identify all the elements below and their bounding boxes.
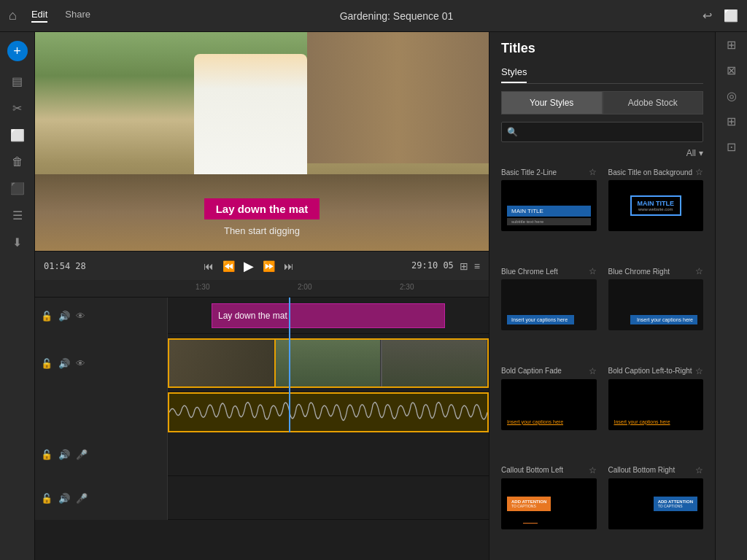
lock-icon-a2[interactable]: 🔓 [41,493,53,504]
video-track-content [168,334,489,392]
sequence-title: Gardening: Sequence 01 [90,10,703,22]
tab-edit[interactable]: Edit [31,9,47,23]
effects-icon[interactable]: ◎ [727,89,737,103]
lock-icon-a1[interactable]: 🔓 [41,449,53,460]
lock-icon-title[interactable]: 🔓 [41,311,53,322]
media-icon[interactable]: ▤ [12,74,23,88]
audio-track-1-controls: 🔓 🔊 🎤 [35,432,168,476]
thumb-basic2line: MAIN TITLE subtitle text here [501,180,597,231]
title-label-basic2line: Basic Title 2-Line ☆ [501,167,597,177]
title-track-row: 🔓 🔊 👁 Lay down the mat [35,298,489,334]
star-basicbg[interactable]: ☆ [695,167,703,177]
audio-icon-video[interactable]: 🔊 [58,358,70,369]
mic-icon-a1[interactable]: 🎤 [76,449,88,460]
your-styles-button[interactable]: Your Styles [501,91,603,114]
eye-icon-video[interactable]: 👁 [76,358,85,369]
title-clip[interactable]: Lay down the mat [212,303,445,328]
star-bluechromeR[interactable]: ☆ [695,266,703,276]
star-calloutR[interactable]: ☆ [695,465,703,475]
audio-waveform-track-row [35,392,489,432]
trim-icon[interactable]: ⊠ [727,63,736,77]
panel-header: Titles Styles [489,32,715,91]
title-label-boldcaptionltr: Bold Caption Left-to-Right ☆ [608,366,704,376]
fit-icon[interactable]: ⊞ [460,260,468,272]
chevron-down-icon: ▾ [699,148,703,158]
title-item-calloutL[interactable]: Callout Bottom Left ☆ ADD ATTENTION TO C… [495,461,603,560]
search-icon: 🔍 [507,127,518,137]
audio-waveform-content [168,392,489,432]
left-sidebar: + ▤ ✂ ⬜ 🗑 ⬛ ☰ ⬇ [0,32,35,560]
step-forward-button[interactable]: ⏩ [263,260,275,272]
video-title-overlay: Lay down the mat [204,198,320,219]
tab-styles[interactable]: Styles [501,62,527,83]
cut-icon[interactable]: ✂ [12,101,22,115]
title-label-basicbg: Basic Title on Background ☆ [608,167,704,177]
right-sidebar: ⊞ ⊠ ◎ ⊞ ⊡ [715,32,747,560]
title-item-bluechromeL[interactable]: Blue Chrome Left ☆ Insert your captions … [495,262,603,361]
video-overlay: Lay down the mat Then start digging [35,32,489,251]
lock-icon-video[interactable]: 🔓 [41,358,53,369]
duration-display: 29:10 05 [411,260,454,272]
crop-icon[interactable]: ⊞ [727,38,736,52]
audio-track-1-content [168,432,489,475]
add-button[interactable]: + [7,41,28,61]
thumb-label-maintitle: MAIN TITLE [507,206,591,217]
title-label-calloutR: Callout Bottom Right ☆ [608,465,704,475]
search-input[interactable] [501,122,703,142]
home-icon[interactable]: ⌂ [9,8,17,23]
clip-icon[interactable]: ⬜ [10,128,25,142]
style-buttons: Your Styles Adobe Stock [501,91,703,114]
eye-icon-title[interactable]: 👁 [76,311,85,322]
timeline-area: 1:30 2:00 2:30 🔓 🔊 👁 Lay down the mat [35,280,489,560]
overlay-icon[interactable]: ⬛ [10,182,25,195]
top-right-icons: ↩ ⬜ [703,9,738,23]
tab-share[interactable]: Share [65,9,90,23]
thumb-calloutR: ADD ATTENTION TO CAPTIONS [608,478,704,529]
thumb-bluechromeR: Insert your captions here [608,279,704,330]
video-segment-3 [381,340,487,386]
callout-right-box: ADD ATTENTION TO CAPTIONS [654,497,697,511]
menu-icon[interactable]: ≡ [474,260,480,272]
titles-panel: Titles Styles Your Styles Adobe Stock 🔍 … [489,32,715,560]
undo-icon[interactable]: ↩ [703,9,712,23]
right-controls: 29:10 05 ⊞ ≡ [411,260,480,272]
thumb-basicbg: MAIN TITLE www.website.com [608,180,704,231]
playback-bar: 01:54 28 ⏮ ⏪ ▶ ⏩ ⏭ 29:10 05 ⊞ ≡ [35,251,489,280]
video-track-controls: 🔓 🔊 👁 [35,334,168,392]
step-back-button[interactable]: ⏪ [222,260,235,272]
timeline-ruler: 1:30 2:00 2:30 [35,280,489,298]
title-item-calloutR[interactable]: Callout Bottom Right ☆ ADD ATTENTION TO … [603,461,710,560]
audio-track-row-1: 🔓 🔊 🎤 [35,432,489,476]
resize-icon[interactable]: ⊡ [727,140,736,154]
title-item-boldcaptionfade[interactable]: Bold Caption Fade ☆ Insert your captions… [495,362,603,461]
video-segment-2 [274,340,381,386]
delete-icon[interactable]: 🗑 [12,155,23,168]
export-icon[interactable]: ⬇ [12,236,22,249]
skip-start-button[interactable]: ⏮ [204,260,214,272]
vol-icon-a1[interactable]: 🔊 [58,449,70,460]
list-icon[interactable]: ☰ [12,209,23,222]
title-item-basicbg[interactable]: Basic Title on Background ☆ MAIN TITLE w… [603,163,710,262]
adobe-stock-button[interactable]: Adobe Stock [603,91,704,114]
title-item-boldcaptionltr[interactable]: Bold Caption Left-to-Right ☆ Insert your… [603,362,710,461]
star-calloutL[interactable]: ☆ [589,465,597,475]
ruler-mark-200: 2:00 [298,283,311,291]
comments-icon[interactable]: ⬜ [724,9,738,23]
filter-button[interactable]: All ▾ [686,148,703,158]
video-clip[interactable] [168,338,489,388]
star-basic2line[interactable]: ☆ [589,167,597,177]
skip-end-button[interactable]: ⏭ [284,260,294,272]
star-bluechromeL[interactable]: ☆ [589,266,597,276]
vol-icon-a2[interactable]: 🔊 [58,493,70,504]
title-label-bluechromeL: Blue Chrome Left ☆ [501,266,597,276]
thumb-label-subtitle: subtitle text here [507,218,591,225]
grid-icon[interactable]: ⊞ [727,114,736,128]
title-item-basic2line[interactable]: Basic Title 2-Line ☆ MAIN TITLE subtitle… [495,163,603,262]
star-boldcaptionfade[interactable]: ☆ [589,366,597,376]
mic-icon-a2[interactable]: 🎤 [76,493,88,504]
star-boldcaptionltr[interactable]: ☆ [695,366,703,376]
titles-grid: Basic Title 2-Line ☆ MAIN TITLE subtitle… [489,163,715,560]
audio-icon-title[interactable]: 🔊 [58,311,70,322]
title-item-bluechromeR[interactable]: Blue Chrome Right ☆ Insert your captions… [603,262,710,361]
play-button[interactable]: ▶ [244,258,254,274]
